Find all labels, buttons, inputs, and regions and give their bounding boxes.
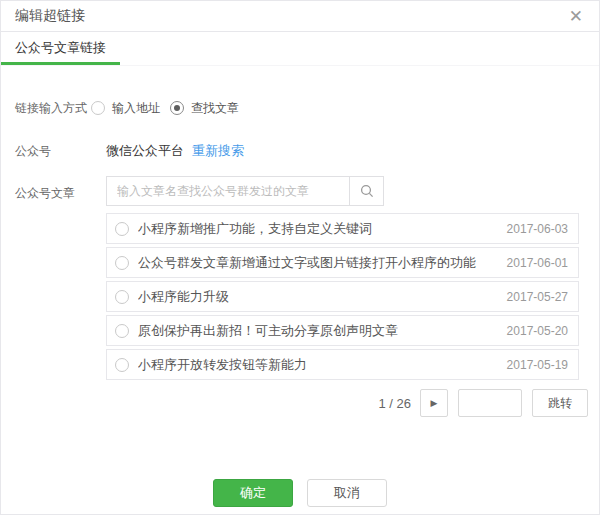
article-date: 2017-05-19 bbox=[507, 358, 568, 372]
radio-unselected-icon[interactable] bbox=[115, 256, 129, 270]
edit-hyperlink-dialog: 编辑超链接 ✕ 公众号文章链接 链接输入方式 输入地址 查找文章 公众号 微信公… bbox=[0, 0, 600, 515]
dialog-title: 编辑超链接 bbox=[15, 7, 85, 25]
article-title: 小程序开放转发按钮等新能力 bbox=[138, 356, 497, 374]
research-link[interactable]: 重新搜索 bbox=[192, 142, 244, 160]
article-date: 2017-06-01 bbox=[507, 256, 568, 270]
search-icon bbox=[360, 184, 374, 198]
radio-option-find-article[interactable]: 查找文章 bbox=[170, 100, 239, 117]
tab-official-article-link[interactable]: 公众号文章链接 bbox=[1, 32, 120, 65]
article-title: 公众号群发文章新增通过文字或图片链接打开小程序的功能 bbox=[138, 254, 497, 272]
dialog-form: 链接输入方式 输入地址 查找文章 公众号 微信公众平台 重新搜索 公众号文章 bbox=[1, 98, 599, 417]
article-search-control bbox=[106, 176, 384, 206]
tab-bar: 公众号文章链接 bbox=[1, 32, 599, 66]
official-account-label: 公众号 bbox=[15, 143, 106, 160]
dialog-footer: 确定 取消 bbox=[1, 479, 599, 507]
search-button[interactable] bbox=[349, 177, 383, 205]
article-search-input[interactable] bbox=[107, 177, 349, 205]
link-input-method-label: 链接输入方式 bbox=[15, 100, 91, 117]
article-list: 小程序新增推广功能，支持自定义关键词 2017-06-03 公众号群发文章新增通… bbox=[106, 213, 579, 380]
articles-column: 小程序新增推广功能，支持自定义关键词 2017-06-03 公众号群发文章新增通… bbox=[106, 176, 588, 417]
radio-selected-icon[interactable] bbox=[170, 101, 184, 115]
close-icon[interactable]: ✕ bbox=[569, 8, 583, 25]
article-title: 小程序能力升级 bbox=[138, 288, 497, 306]
official-account-row: 公众号 微信公众平台 重新搜索 bbox=[15, 142, 599, 160]
pagination: 1 / 26 ▶ 跳转 bbox=[106, 389, 588, 417]
radio-unselected-icon[interactable] bbox=[115, 358, 129, 372]
dialog-header: 编辑超链接 ✕ bbox=[1, 1, 599, 32]
article-list-item[interactable]: 小程序能力升级 2017-05-27 bbox=[106, 281, 579, 312]
page-jump-input[interactable] bbox=[458, 389, 522, 417]
article-title: 原创保护再出新招！可主动分享原创声明文章 bbox=[138, 322, 497, 340]
official-account-value: 微信公众平台 bbox=[106, 142, 184, 160]
article-date: 2017-06-03 bbox=[507, 222, 568, 236]
article-title: 小程序新增推广功能，支持自定义关键词 bbox=[138, 220, 497, 238]
articles-label: 公众号文章 bbox=[15, 176, 106, 202]
article-list-item[interactable]: 小程序新增推广功能，支持自定义关键词 2017-06-03 bbox=[106, 213, 579, 244]
radio-unselected-icon[interactable] bbox=[115, 222, 129, 236]
articles-row: 公众号文章 小程序新增推广功能，支持自定义关键词 20 bbox=[15, 176, 599, 417]
page-indicator: 1 / 26 bbox=[378, 396, 411, 411]
radio-unselected-icon[interactable] bbox=[115, 324, 129, 338]
radio-option-label: 查找文章 bbox=[191, 100, 239, 117]
next-page-icon: ▶ bbox=[431, 398, 438, 408]
radio-option-label: 输入地址 bbox=[112, 100, 160, 117]
article-list-item[interactable]: 小程序开放转发按钮等新能力 2017-05-19 bbox=[106, 349, 579, 380]
article-date: 2017-05-20 bbox=[507, 324, 568, 338]
article-date: 2017-05-27 bbox=[507, 290, 568, 304]
article-list-item[interactable]: 原创保护再出新招！可主动分享原创声明文章 2017-05-20 bbox=[106, 315, 579, 346]
radio-unselected-icon[interactable] bbox=[91, 101, 105, 115]
radio-unselected-icon[interactable] bbox=[115, 290, 129, 304]
cancel-button[interactable]: 取消 bbox=[307, 479, 387, 507]
article-list-item[interactable]: 公众号群发文章新增通过文字或图片链接打开小程序的功能 2017-06-01 bbox=[106, 247, 579, 278]
jump-button[interactable]: 跳转 bbox=[532, 389, 588, 417]
confirm-button[interactable]: 确定 bbox=[213, 479, 293, 507]
link-input-method-row: 链接输入方式 输入地址 查找文章 bbox=[15, 98, 599, 118]
next-page-button[interactable]: ▶ bbox=[420, 389, 448, 417]
radio-option-enter-address[interactable]: 输入地址 bbox=[91, 100, 160, 117]
